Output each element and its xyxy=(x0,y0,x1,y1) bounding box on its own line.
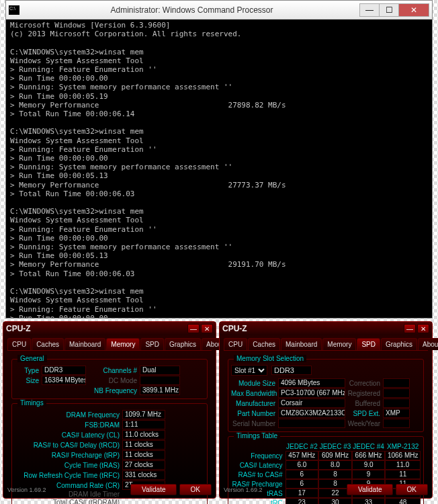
timings-table-legend: Timings Table xyxy=(234,432,280,439)
manuf-label: Manufacturer xyxy=(231,400,278,407)
tras-value: 27 clocks xyxy=(122,460,165,470)
tab-cpu[interactable]: CPU xyxy=(7,338,31,350)
reg-label: Registered xyxy=(345,390,383,397)
type-label: Type xyxy=(15,367,42,374)
spdext-value: XMP xyxy=(383,409,410,418)
tab-cpu[interactable]: CPU xyxy=(224,338,247,350)
minimize-button[interactable]: — xyxy=(404,324,416,333)
validate-button[interactable]: Validate xyxy=(130,484,177,495)
table-cell: 666 MHz xyxy=(352,451,386,460)
dcmode-label: DC Mode xyxy=(86,377,140,384)
trdram_lbl: Total CAS# (tRDRAM) xyxy=(15,499,122,504)
corr-value xyxy=(383,378,410,388)
cpuz-tabs: CPUCachesMainboardMemorySPDGraphicsAbout xyxy=(7,338,212,351)
trfc-value: 331 clocks xyxy=(122,470,165,480)
trp-value: 11 clocks xyxy=(122,450,165,460)
table-cell: 1066 MHz xyxy=(385,451,421,460)
table-cell: 9 xyxy=(352,470,386,479)
cpuz-title-bar[interactable]: CPU-Z — ✕ xyxy=(220,322,432,335)
row-label: Frequency xyxy=(231,451,286,460)
slot-selection-fieldset: Memory Slot Selection Slot #1 DDR3 Modul… xyxy=(228,359,424,432)
close-button[interactable]: ✕ xyxy=(201,324,213,333)
table-cell: 23 xyxy=(286,498,319,504)
col-header xyxy=(231,442,286,451)
table-cell: 9.0 xyxy=(352,460,386,470)
slot-selection-legend: Memory Slot Selection xyxy=(234,355,306,362)
cpuz-title-bar[interactable]: CPU-Z — ✕ xyxy=(3,322,216,335)
wy-value xyxy=(383,419,410,428)
part-value: CMZ8GX3M2A2133C11 xyxy=(278,409,345,418)
col-header: JEDEC #3 xyxy=(318,442,352,451)
tab-memory[interactable]: Memory xyxy=(322,338,356,350)
serial-label: Serial Number xyxy=(231,420,278,427)
cpuz-tabs: CPUCachesMainboardMemorySPDGraphicsAbout xyxy=(224,338,428,351)
slot-select[interactable]: Slot #1 xyxy=(231,365,267,376)
col-header: JEDEC #4 xyxy=(352,442,386,451)
tab-mainboard[interactable]: Mainboard xyxy=(281,338,322,350)
tab-memory[interactable]: Memory xyxy=(106,338,140,350)
dramfreq-label: DRAM Frequency xyxy=(15,411,122,419)
table-cell: 8 xyxy=(318,470,352,479)
channels-value: Dual xyxy=(140,366,180,375)
minimize-button[interactable]: — xyxy=(187,324,200,333)
size-value: 16384 MBytes xyxy=(42,376,86,385)
tras-label: Cycle Time (tRAS) xyxy=(15,462,122,469)
tab-spd[interactable]: SPD xyxy=(140,338,164,350)
cpuz-memory-window: CPU-Z — ✕ CPUCachesMainboardMemorySPDGra… xyxy=(3,321,216,499)
trfc-label: Row Refresh Cycle Time (tRFC) xyxy=(15,472,122,479)
modsize-value: 4096 MBytes xyxy=(278,378,345,388)
part-label: Part Number xyxy=(231,410,278,417)
corr-label: Correction xyxy=(345,380,383,387)
validate-button[interactable]: Validate xyxy=(347,484,393,495)
row-label: tRC xyxy=(231,498,286,504)
maxbw-value: PC3-10700 (667 MHz) xyxy=(278,388,345,398)
general-legend: General xyxy=(17,355,47,362)
tab-graphics[interactable]: Graphics xyxy=(381,338,417,350)
cpuz-title: CPU-Z xyxy=(6,324,186,333)
general-fieldset: General Type DDR3 Channels # Dual Size 1… xyxy=(11,359,208,399)
cmd-title-bar[interactable]: Administrator: Windows Command Processor… xyxy=(6,1,432,19)
ok-button[interactable]: OK xyxy=(179,484,212,495)
tab-graphics[interactable]: Graphics xyxy=(165,338,201,350)
trcd-value: 11 clocks xyxy=(122,440,165,450)
modsize-label: Module Size xyxy=(231,380,278,387)
tab-caches[interactable]: Caches xyxy=(248,338,280,350)
table-cell: 457 MHz xyxy=(286,451,319,460)
minimize-button[interactable]: — xyxy=(359,3,380,17)
maximize-button[interactable]: ☐ xyxy=(379,3,399,17)
table-cell: 30 xyxy=(318,498,352,504)
table-cell: 8.0 xyxy=(318,460,352,470)
cmd-output[interactable]: Microsoft Windows [Version 6.3.9600] (c)… xyxy=(6,19,432,318)
dramfreq-value: 1099.7 MHz xyxy=(122,410,165,419)
spdext-label: SPD Ext. xyxy=(345,410,383,417)
cmd-title: Administrator: Windows Command Processor xyxy=(24,5,360,15)
size-label: Size xyxy=(15,377,42,384)
tab-caches[interactable]: Caches xyxy=(32,338,64,350)
close-button[interactable]: ✕ xyxy=(417,324,429,333)
slot-type-value: DDR3 xyxy=(271,366,312,375)
nbfreq-label: NB Frequency xyxy=(89,387,140,394)
tab-mainboard[interactable]: Mainboard xyxy=(64,338,105,350)
trp-label: RAS# Precharge (tRP) xyxy=(15,452,122,459)
cpuz-spd-window: CPU-Z — ✕ CPUCachesMainboardMemorySPDGra… xyxy=(219,321,433,499)
fsbdram-value: 1:11 xyxy=(122,420,165,429)
tab-about[interactable]: About xyxy=(418,338,438,350)
cpuz-title: CPU-Z xyxy=(222,324,402,333)
dcmode-value xyxy=(140,376,180,385)
wy-label: Week/Year xyxy=(345,420,383,427)
version-text: Version 1.69.2 xyxy=(224,487,263,493)
nbfreq-value: 3899.1 MHz xyxy=(140,386,180,395)
cmd-window: Administrator: Windows Command Processor… xyxy=(5,0,433,319)
table-cell: 33 xyxy=(352,498,386,504)
col-header: XMP-2132 xyxy=(385,442,421,451)
trcd-label: RAS# to CAS# Delay (tRCD) xyxy=(15,442,122,449)
row-label: CAS# Latency xyxy=(231,460,286,470)
table-cell: 11 xyxy=(385,470,421,479)
timings-legend: Timings xyxy=(17,399,46,407)
tab-spd[interactable]: SPD xyxy=(357,338,380,350)
fsbdram-label: FSB:DRAM xyxy=(15,421,122,429)
cl-value: 11.0 clocks xyxy=(122,430,165,439)
table-cell: 6 xyxy=(286,470,319,479)
close-button[interactable]: ✕ xyxy=(398,3,429,17)
ok-button[interactable]: OK xyxy=(396,484,428,495)
